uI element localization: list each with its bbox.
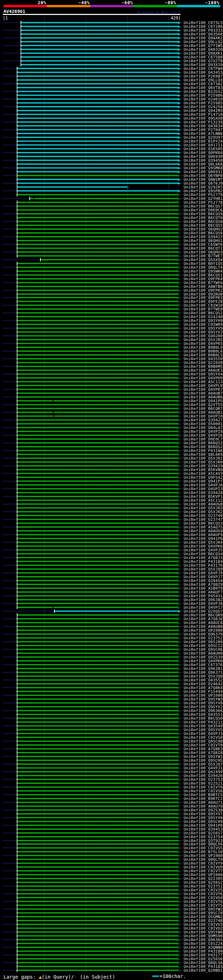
hit-bar[interactable] xyxy=(18,687,178,688)
hit-bar[interactable] xyxy=(18,874,178,875)
hit-bar[interactable] xyxy=(18,652,178,654)
hit-bar[interactable] xyxy=(18,829,178,830)
hit-bar[interactable] xyxy=(18,431,178,432)
hit-bar[interactable] xyxy=(18,798,178,799)
hit-bar[interactable] xyxy=(18,267,178,268)
hit-bar[interactable] xyxy=(21,60,178,62)
hit-bar[interactable] xyxy=(18,377,178,379)
hit-bar[interactable] xyxy=(18,576,178,578)
hit-bar[interactable] xyxy=(18,461,178,463)
hit-bar[interactable] xyxy=(18,515,178,516)
hit-bar[interactable] xyxy=(18,568,178,570)
hit-bar[interactable] xyxy=(18,385,178,386)
hit-bar[interactable] xyxy=(18,622,178,623)
hit-bar[interactable] xyxy=(18,423,178,425)
hit-bar[interactable] xyxy=(18,373,178,375)
hit-bar[interactable] xyxy=(18,171,178,172)
hit-bar[interactable] xyxy=(18,179,178,180)
hit-bar[interactable] xyxy=(18,232,178,234)
hit-bar[interactable] xyxy=(18,710,178,711)
hit-bar[interactable] xyxy=(18,847,178,849)
hit-bar[interactable] xyxy=(18,316,178,317)
hit-bar[interactable] xyxy=(18,881,178,883)
hit-bar[interactable] xyxy=(18,297,178,298)
hit-bar[interactable] xyxy=(18,733,178,734)
hit-bar[interactable] xyxy=(18,572,178,574)
hit-bar[interactable] xyxy=(18,584,178,585)
hit-bar[interactable] xyxy=(18,148,178,150)
hit-bar[interactable] xyxy=(18,309,178,310)
hit-bar[interactable] xyxy=(18,350,178,352)
hit-bar[interactable] xyxy=(18,251,178,253)
hit-bar[interactable] xyxy=(18,343,178,344)
hit-bar[interactable] xyxy=(18,473,178,474)
hit-bar[interactable] xyxy=(18,163,178,165)
hit-bar[interactable] xyxy=(18,484,178,486)
hit-bar[interactable] xyxy=(18,304,178,306)
hit-bar[interactable] xyxy=(18,729,178,730)
hit-bar[interactable] xyxy=(21,22,178,23)
hit-bar[interactable] xyxy=(18,511,178,512)
hit-bar[interactable] xyxy=(18,905,178,906)
hit-bar[interactable] xyxy=(18,893,178,894)
hit-bar[interactable] xyxy=(18,859,178,860)
hit-bar[interactable] xyxy=(41,259,178,260)
hit-bar[interactable] xyxy=(18,221,178,222)
hit-bar[interactable] xyxy=(18,114,178,115)
hit-bar[interactable] xyxy=(21,33,178,35)
hit-bar[interactable] xyxy=(18,698,178,700)
hit-bar[interactable] xyxy=(18,748,178,749)
hit-bar[interactable] xyxy=(18,538,178,539)
hit-bar[interactable] xyxy=(18,366,178,367)
hit-bar[interactable] xyxy=(18,744,178,746)
hit-bar[interactable] xyxy=(18,454,178,455)
hit-bar[interactable] xyxy=(18,500,178,501)
hit-bar[interactable] xyxy=(18,396,178,398)
hit-bar[interactable] xyxy=(18,503,178,505)
hit-bar[interactable] xyxy=(18,775,178,776)
hit-bar[interactable] xyxy=(18,939,178,940)
hit-bar[interactable] xyxy=(21,41,178,42)
hit-bar[interactable] xyxy=(18,79,178,81)
hit-bar[interactable] xyxy=(18,427,178,428)
hit-bar[interactable] xyxy=(18,916,178,918)
hit-bar[interactable] xyxy=(21,30,178,31)
hit-bar[interactable] xyxy=(18,786,178,788)
hit-bar[interactable] xyxy=(18,369,178,371)
hit-bar[interactable] xyxy=(18,290,178,291)
hit-bar[interactable] xyxy=(18,236,178,237)
hit-bar[interactable] xyxy=(18,618,178,619)
hit-bar[interactable] xyxy=(18,764,178,765)
hit-bar[interactable] xyxy=(18,186,127,188)
hit-bar[interactable] xyxy=(18,779,178,780)
hit-bar[interactable] xyxy=(18,737,178,738)
hit-bar[interactable] xyxy=(18,645,178,646)
hit-bar[interactable] xyxy=(18,240,178,241)
hit-bar[interactable] xyxy=(18,87,178,88)
hit-bar[interactable] xyxy=(18,626,178,627)
hit-bar[interactable] xyxy=(18,442,178,444)
hit-bar[interactable] xyxy=(18,354,178,356)
hit-bar[interactable] xyxy=(18,897,178,898)
hit-bar[interactable] xyxy=(18,557,178,558)
hit-bar[interactable] xyxy=(18,282,178,283)
hit-bar[interactable] xyxy=(18,947,178,948)
hit-bar[interactable] xyxy=(18,866,178,868)
hit-bar[interactable] xyxy=(18,970,178,971)
hit-bar[interactable] xyxy=(18,603,178,604)
hit-bar[interactable] xyxy=(18,862,178,864)
hit-bar[interactable] xyxy=(18,924,178,925)
hit-bar[interactable] xyxy=(18,91,178,92)
hit-bar[interactable] xyxy=(18,446,178,447)
hit-bar[interactable] xyxy=(18,102,178,103)
hit-bar[interactable] xyxy=(18,202,178,203)
hit-bar[interactable] xyxy=(18,286,178,287)
hit-bar[interactable] xyxy=(18,400,178,401)
hit-bar[interactable] xyxy=(18,840,178,841)
hit-bar[interactable] xyxy=(18,522,178,524)
hit-bar[interactable] xyxy=(18,549,178,550)
hit-bar[interactable] xyxy=(18,358,178,360)
hit-bar[interactable] xyxy=(18,408,178,409)
hit-bar[interactable] xyxy=(18,224,178,226)
hit-bar[interactable] xyxy=(21,49,178,50)
